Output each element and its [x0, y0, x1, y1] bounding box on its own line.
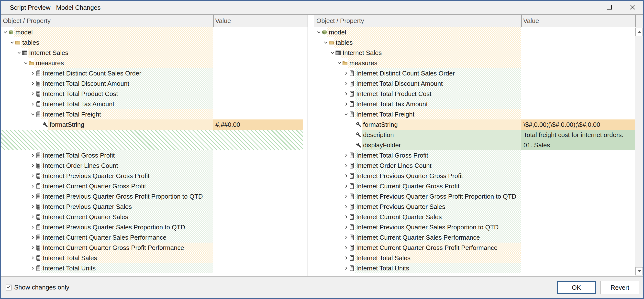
- chevron-right-icon[interactable]: [30, 191, 36, 202]
- tree-row[interactable]: Internet Total Units: [314, 263, 643, 273]
- vertical-scrollbar[interactable]: [635, 27, 643, 276]
- tree-row[interactable]: Internet Total Freight: [1, 109, 308, 119]
- tree-row[interactable]: Internet Previous Quarter Gross Profit: [1, 171, 308, 181]
- tree-row[interactable]: Internet Current Quarter Sales: [314, 212, 643, 222]
- checkbox-box[interactable]: [6, 285, 12, 291]
- scroll-up-button[interactable]: [636, 28, 643, 36]
- chevron-down-icon[interactable]: [337, 58, 342, 68]
- column-header-value[interactable]: Value: [215, 15, 231, 27]
- chevron-down-icon[interactable]: [344, 109, 349, 119]
- tree-row[interactable]: Internet Current Quarter Gross Profit Pe…: [314, 243, 643, 253]
- chevron-right-icon[interactable]: [30, 222, 36, 232]
- tree-row[interactable]: Internet Previous Quarter Sales Proporti…: [314, 222, 643, 232]
- column-divider[interactable]: [213, 15, 214, 27]
- tree-row[interactable]: Internet Current Quarter Gross Profit: [314, 181, 643, 191]
- tree-row[interactable]: Internet Order Lines Count: [1, 161, 308, 171]
- tree-row[interactable]: displayFolder01. Sales: [314, 140, 643, 150]
- tree-row[interactable]: Internet Total Freight: [314, 109, 643, 119]
- tree-row[interactable]: Internet Total Product Cost: [1, 89, 308, 99]
- tree-row[interactable]: Internet Current Quarter Sales Performan…: [1, 232, 308, 243]
- chevron-right-icon[interactable]: [344, 263, 349, 273]
- tree-row[interactable]: Internet Previous Quarter Gross Profit: [314, 171, 643, 181]
- tree-row[interactable]: Internet Distinct Count Sales Order: [314, 68, 643, 78]
- tree-row[interactable]: measures: [314, 58, 643, 68]
- chevron-right-icon[interactable]: [30, 171, 36, 181]
- chevron-down-icon[interactable]: [330, 48, 335, 58]
- scroll-down-button[interactable]: [636, 267, 643, 275]
- chevron-right-icon[interactable]: [30, 161, 36, 171]
- chevron-right-icon[interactable]: [30, 232, 36, 243]
- chevron-down-icon[interactable]: [10, 37, 15, 48]
- tree-row[interactable]: Internet Total Discount Amount: [1, 78, 308, 89]
- chevron-down-icon[interactable]: [323, 37, 328, 48]
- tree-row[interactable]: model: [1, 27, 308, 37]
- chevron-right-icon[interactable]: [30, 89, 36, 99]
- chevron-down-icon[interactable]: [16, 48, 22, 58]
- chevron-right-icon[interactable]: [344, 161, 349, 171]
- tree-row[interactable]: Internet Total Gross Profit: [314, 150, 643, 161]
- chevron-right-icon[interactable]: [344, 68, 349, 78]
- chevron-right-icon[interactable]: [30, 181, 36, 191]
- tree-row[interactable]: tables: [1, 37, 308, 48]
- tree-row[interactable]: Internet Total Discount Amount: [314, 78, 643, 89]
- chevron-right-icon[interactable]: [30, 99, 36, 109]
- chevron-right-icon[interactable]: [344, 232, 349, 243]
- chevron-right-icon[interactable]: [30, 263, 36, 273]
- tree-row[interactable]: formatString#,##0.00: [1, 119, 308, 130]
- chevron-right-icon[interactable]: [30, 68, 36, 78]
- tree-row[interactable]: tables: [314, 37, 643, 48]
- maximize-button[interactable]: [601, 1, 618, 14]
- tree-row[interactable]: Internet Previous Quarter Gross Profit P…: [314, 191, 643, 202]
- chevron-right-icon[interactable]: [30, 202, 36, 212]
- tree-row[interactable]: Internet Distinct Count Sales Order: [1, 68, 308, 78]
- chevron-right-icon[interactable]: [344, 99, 349, 109]
- titlebar[interactable]: Script Preview - Model Changes: [1, 1, 643, 14]
- tree-row[interactable]: Internet Previous Quarter Gross Profit P…: [1, 191, 308, 202]
- tree-row[interactable]: Internet Total Tax Amount: [1, 99, 308, 109]
- chevron-down-icon[interactable]: [23, 58, 28, 68]
- tree-row[interactable]: Internet Sales: [314, 48, 643, 58]
- tree-row[interactable]: Internet Current Quarter Sales Performan…: [314, 232, 643, 243]
- chevron-right-icon[interactable]: [30, 212, 36, 222]
- chevron-down-icon[interactable]: [3, 27, 8, 37]
- tree-row[interactable]: formatString\$#,0.00;(\$#,0.00);\$#,0.00: [314, 119, 643, 130]
- tree-row[interactable]: Internet Previous Quarter Sales: [1, 202, 308, 212]
- chevron-right-icon[interactable]: [30, 243, 36, 253]
- column-divider[interactable]: [521, 15, 522, 27]
- tree-row[interactable]: Internet Current Quarter Gross Profit Pe…: [1, 243, 308, 253]
- close-button[interactable]: [624, 1, 641, 14]
- tree-row[interactable]: measures: [1, 58, 308, 68]
- chevron-right-icon[interactable]: [344, 150, 349, 161]
- tree-row[interactable]: Internet Current Quarter Sales: [1, 212, 308, 222]
- tree-row[interactable]: Internet Total Units: [1, 263, 308, 273]
- tree-row[interactable]: Internet Order Lines Count: [314, 161, 643, 171]
- tree-row[interactable]: Internet Total Product Cost: [314, 89, 643, 99]
- chevron-right-icon[interactable]: [344, 212, 349, 222]
- revert-button[interactable]: Revert: [600, 281, 639, 294]
- ok-button[interactable]: OK: [557, 281, 596, 294]
- chevron-right-icon[interactable]: [30, 78, 36, 89]
- chevron-right-icon[interactable]: [344, 89, 349, 99]
- chevron-right-icon[interactable]: [344, 181, 349, 191]
- chevron-right-icon[interactable]: [344, 191, 349, 202]
- tree-row[interactable]: model: [314, 27, 643, 37]
- tree-row[interactable]: Internet Total Sales: [314, 253, 643, 263]
- chevron-down-icon[interactable]: [316, 27, 322, 37]
- chevron-right-icon[interactable]: [344, 171, 349, 181]
- chevron-right-icon[interactable]: [344, 253, 349, 263]
- column-header-object-property[interactable]: Object / Property: [3, 15, 50, 27]
- column-divider[interactable]: [303, 15, 303, 27]
- tree-row[interactable]: Internet Sales: [1, 48, 308, 58]
- column-header-object-property[interactable]: Object / Property: [316, 15, 364, 27]
- tree-row[interactable]: Internet Previous Quarter Sales: [314, 202, 643, 212]
- tree-row[interactable]: Internet Total Gross Profit: [1, 150, 308, 161]
- tree-row[interactable]: Internet Total Sales: [1, 253, 308, 263]
- chevron-down-icon[interactable]: [30, 109, 36, 119]
- tree-row[interactable]: Internet Total Tax Amount: [314, 99, 643, 109]
- show-changes-only-checkbox[interactable]: Show changes only: [6, 277, 69, 298]
- tree-row[interactable]: Internet Current Quarter Gross Profit: [1, 181, 308, 191]
- column-header-value[interactable]: Value: [523, 15, 539, 27]
- chevron-right-icon[interactable]: [344, 243, 349, 253]
- chevron-right-icon[interactable]: [30, 253, 36, 263]
- tree-row[interactable]: Internet Previous Quarter Sales Proporti…: [1, 222, 308, 232]
